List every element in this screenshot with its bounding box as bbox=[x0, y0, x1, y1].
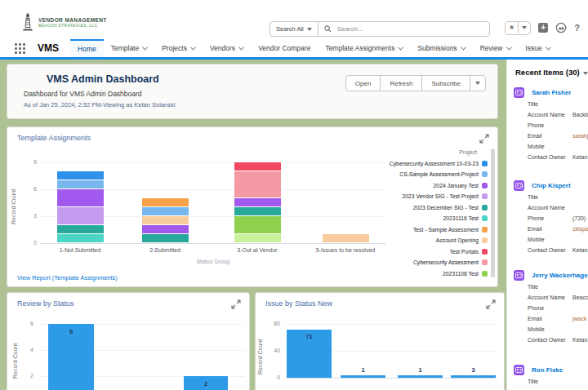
tab-template[interactable]: Template bbox=[104, 39, 155, 57]
gridline bbox=[40, 162, 386, 163]
bar-value-label: 71 bbox=[287, 333, 332, 340]
favorites-button[interactable]: ★ bbox=[505, 21, 531, 35]
tab-label: Vendors bbox=[210, 44, 235, 52]
app-navbar: VMS HomeTemplateProjectsVendorsVendor Co… bbox=[0, 39, 588, 60]
y-tick-label: 6 bbox=[24, 186, 37, 192]
contact-icon bbox=[514, 180, 524, 191]
bar-segment[interactable] bbox=[142, 234, 189, 242]
tab-issue[interactable]: Issue bbox=[519, 39, 558, 57]
bar-segment[interactable] bbox=[234, 234, 281, 242]
legend-item[interactable]: Cybersecurity Assessment 10-03-23 bbox=[332, 158, 488, 170]
tab-template-assignments[interactable]: Template Assignments bbox=[318, 39, 410, 57]
dashboard-asof-text: As of Jan 25, 2024, 2:52 PM-Viewing as K… bbox=[24, 101, 175, 109]
tab-vendors[interactable]: Vendors bbox=[203, 39, 251, 57]
help-icon[interactable]: ? bbox=[574, 23, 580, 33]
legend-item[interactable]: 2023 December SIG - Test bbox=[332, 202, 488, 214]
x-category-label: 2-Submitted bbox=[116, 247, 214, 253]
chevron-down-icon bbox=[142, 44, 148, 50]
subscribe-button[interactable]: Subscribe bbox=[421, 75, 470, 91]
tab-review[interactable]: Review bbox=[473, 39, 519, 57]
bar-segment[interactable] bbox=[323, 234, 369, 242]
bar-segment[interactable] bbox=[234, 207, 281, 215]
recent-item-link[interactable]: Chip Kispert bbox=[532, 182, 571, 189]
company-logo: VENDOR MANAGEMENT BEACON STRATEGIES, LLC bbox=[21, 13, 107, 31]
bar-segment[interactable] bbox=[57, 234, 104, 242]
bar-segment[interactable] bbox=[142, 225, 189, 233]
view-report-link[interactable]: View Report (Template Assignments) bbox=[17, 274, 118, 281]
bar[interactable] bbox=[451, 375, 496, 378]
refresh-button[interactable]: Refresh bbox=[380, 75, 422, 91]
tab-submissions[interactable]: Submissions bbox=[410, 39, 472, 57]
legend-label: CS-Sample Assessment-Project bbox=[399, 171, 479, 177]
field-value: Ketan bbox=[572, 247, 587, 253]
search-scope-dropdown[interactable]: Search All bbox=[270, 22, 318, 36]
lighthouse-icon bbox=[21, 13, 34, 31]
legend-item[interactable]: 20231116 Test bbox=[332, 213, 488, 224]
favorites-caret[interactable] bbox=[519, 26, 530, 29]
bar[interactable] bbox=[398, 375, 443, 378]
tab-label: Home bbox=[78, 45, 96, 53]
search-input[interactable] bbox=[336, 24, 483, 33]
legend-swatch bbox=[482, 237, 488, 243]
field-value-email[interactable]: ckispe bbox=[572, 226, 588, 232]
y-tick-label: 80 bbox=[267, 321, 280, 326]
star-icon: ★ bbox=[506, 22, 519, 33]
bar-segment[interactable] bbox=[234, 216, 281, 233]
screen: VENDOR MANAGEMENT BEACON STRATEGIES, LLC… bbox=[0, 0, 588, 390]
tab-projects[interactable]: Projects bbox=[154, 39, 203, 57]
bar-segment[interactable] bbox=[234, 198, 281, 206]
chart-title: Review by Status bbox=[17, 299, 74, 308]
expand-icon[interactable] bbox=[231, 299, 241, 309]
recent-item-link[interactable]: Jerry Wackerhagen bbox=[532, 272, 588, 279]
legend-item[interactable]: 2023 Vendor SIG - Test Project bbox=[332, 191, 488, 202]
field-label: Phone bbox=[528, 122, 544, 128]
legend-item[interactable]: CS-Sample Assessment-Project bbox=[332, 169, 488, 180]
field-value-email[interactable]: sarahj bbox=[572, 133, 588, 139]
bar-segment[interactable] bbox=[57, 171, 104, 179]
gridline bbox=[285, 324, 497, 325]
recent-items-caret[interactable] bbox=[583, 72, 588, 75]
bar-segment[interactable] bbox=[234, 171, 281, 197]
y-tick-label: 0 bbox=[24, 240, 37, 246]
bar-segment[interactable] bbox=[57, 189, 104, 206]
bar-segment[interactable] bbox=[57, 225, 104, 233]
dashboard-title: VMS Admin Dashboard bbox=[47, 73, 159, 85]
chevron-down-icon bbox=[398, 44, 403, 50]
y-axis-label: Record Count bbox=[12, 324, 18, 390]
tab-vendor-compare[interactable]: Vendor Compare bbox=[251, 39, 318, 57]
recent-item-link[interactable]: Ron Fiske bbox=[532, 366, 563, 374]
legend-item[interactable]: Cybersecurity Assessment bbox=[332, 257, 488, 268]
recent-item-link[interactable]: Sarah Fisher bbox=[532, 89, 571, 96]
open-button[interactable]: Open bbox=[345, 75, 381, 91]
global-header: VENDOR MANAGEMENT BEACON STRATEGIES, LLC… bbox=[0, 0, 588, 39]
chevron-down-icon bbox=[238, 44, 244, 50]
legend-swatch bbox=[482, 171, 488, 177]
field-label: Account Name bbox=[528, 205, 565, 211]
bar-segment[interactable] bbox=[142, 207, 189, 215]
bar-segment[interactable] bbox=[234, 162, 281, 171]
legend-item[interactable]: 20231108 Test bbox=[332, 268, 488, 280]
legend-item[interactable]: Test - Sample Assessment bbox=[332, 224, 488, 236]
field-value-email[interactable]: jwack bbox=[572, 316, 587, 321]
bar-segment[interactable] bbox=[142, 216, 189, 224]
bar-segment[interactable] bbox=[142, 198, 189, 206]
trailhead-icon[interactable] bbox=[555, 22, 567, 33]
more-actions-button[interactable] bbox=[470, 75, 486, 91]
bar-segment[interactable] bbox=[57, 180, 104, 188]
legend-scrollbar[interactable] bbox=[491, 148, 495, 277]
bar[interactable] bbox=[341, 375, 385, 378]
app-launcher-icon[interactable] bbox=[15, 43, 25, 54]
tab-label: Template Assignments bbox=[325, 44, 394, 52]
expand-icon[interactable] bbox=[486, 299, 496, 309]
tab-home[interactable]: Home bbox=[70, 39, 104, 57]
quick-add-button[interactable]: + bbox=[538, 23, 548, 33]
y-tick-label: 2 bbox=[20, 373, 33, 379]
expand-icon[interactable] bbox=[479, 134, 489, 144]
dashboard-subtitle: Dashboard for VMS Admin Dashboard bbox=[24, 90, 142, 98]
bar-segment[interactable] bbox=[57, 207, 104, 224]
plus-icon: + bbox=[541, 24, 546, 32]
legend-swatch bbox=[482, 249, 488, 255]
field-label: Mobile bbox=[528, 237, 545, 242]
review-by-status-card: Review by Status Record Count 24662 bbox=[7, 292, 250, 390]
y-tick-label: 4 bbox=[20, 347, 33, 352]
